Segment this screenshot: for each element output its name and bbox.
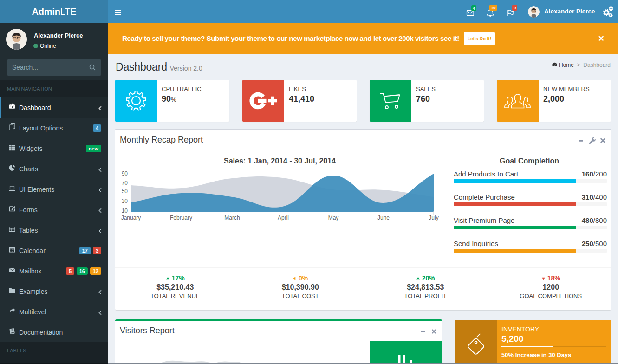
svg-text:May: May [328,214,339,221]
svg-text:90: 90 [122,170,128,177]
svg-text:50: 50 [122,188,128,195]
svg-text:February: February [170,214,192,221]
svg-text:January: January [121,214,141,221]
svg-text:March: March [224,214,240,221]
svg-text:30: 30 [122,198,128,204]
svg-text:70: 70 [122,180,128,186]
svg-text:July: July [429,214,438,221]
svg-text:April: April [278,214,289,221]
svg-text:10: 10 [122,208,128,214]
svg-text:June: June [377,214,390,221]
